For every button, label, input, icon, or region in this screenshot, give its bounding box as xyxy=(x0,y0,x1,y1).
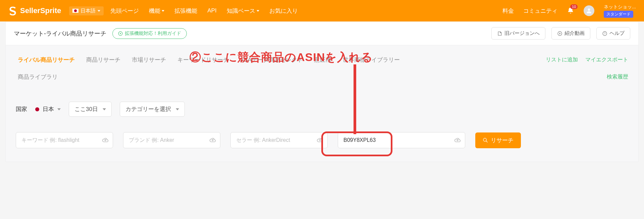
seller-input[interactable] xyxy=(236,137,313,143)
right-nav: 料金 コミュニティ 10 ネットショッ... スタンダード xyxy=(502,4,636,18)
nav-community[interactable]: コミュニティ xyxy=(523,7,557,15)
nav-extensions[interactable]: 拡張機能 xyxy=(174,7,197,15)
research-button[interactable]: リサーチ xyxy=(475,132,521,148)
keyword-field[interactable] xyxy=(16,132,113,148)
nav-api[interactable]: API xyxy=(207,7,216,14)
user-name: ネットショッ... xyxy=(604,4,636,10)
notification-count-badge: 10 xyxy=(570,4,578,9)
category-selector[interactable]: カテゴリーを選択 xyxy=(120,102,185,117)
link-search-history[interactable]: 検索履歴 xyxy=(607,73,628,80)
svg-text:?: ? xyxy=(604,32,606,35)
question-circle-icon: ? xyxy=(602,31,607,36)
japan-flag-icon xyxy=(72,9,78,13)
research-panel: ライバル商品リサーチ 商品リサーチ 市場リサーチ キーワードリサーチ ABAデー… xyxy=(6,45,638,162)
keyword-input[interactable] xyxy=(21,137,98,143)
logo-icon xyxy=(8,6,17,15)
nav-top[interactable]: 先頭ページ xyxy=(110,7,139,15)
tab-market-research[interactable]: 市場リサーチ xyxy=(130,53,168,66)
tab-rival-research[interactable]: ライバル商品リサーチ xyxy=(16,53,77,66)
nav-knowledge-base[interactable]: 知識ベース xyxy=(227,7,259,15)
link-add-to-list[interactable]: リストに追加 xyxy=(546,56,578,63)
tab-world-trademark[interactable]: 世界商標ライブラリー xyxy=(341,53,402,66)
main-nav: 先頭ページ 機能 拡張機能 API 知識ベース お気に入り xyxy=(110,7,298,15)
tab-keyword-research[interactable]: キーワードリサーチ xyxy=(175,53,231,66)
nav-features[interactable]: 機能 xyxy=(149,7,164,15)
chevron-down-icon xyxy=(162,10,164,12)
upload-cloud-icon[interactable] xyxy=(102,137,109,144)
svg-line-6 xyxy=(486,141,487,142)
export-icon xyxy=(497,31,502,36)
play-circle-icon xyxy=(557,31,562,36)
language-label: 日本語 xyxy=(80,8,96,14)
period-selector[interactable]: ここ30日 xyxy=(69,102,112,117)
user-icon xyxy=(586,7,592,14)
tabs-row-2: 商品ライブラリ 検索履歴 xyxy=(16,70,628,84)
chevron-down-icon xyxy=(103,108,106,110)
chevron-down-icon xyxy=(176,108,179,110)
play-circle-icon xyxy=(118,31,123,36)
nav-favorites[interactable]: お気に入り xyxy=(269,7,298,15)
extension-guide-button[interactable]: 拡張機能対応！利用ガイド xyxy=(112,28,187,39)
brand-field[interactable] xyxy=(123,132,220,148)
asin-field[interactable] xyxy=(338,132,465,148)
seller-field[interactable] xyxy=(230,132,328,148)
help-button[interactable]: ? ヘルプ xyxy=(596,27,630,40)
chevron-down-icon xyxy=(57,108,61,110)
country-selector[interactable]: 日本 xyxy=(35,105,61,113)
tab-design-rights[interactable]: 意匠権 xyxy=(312,53,333,66)
filters-row: 国家 日本 ここ30日 カテゴリーを選択 xyxy=(16,102,628,117)
user-block[interactable]: ネットショッ... スタンダード xyxy=(604,4,636,18)
intro-video-button[interactable]: 紹介動画 xyxy=(551,27,590,40)
brand-logo[interactable]: SellerSprite xyxy=(8,6,61,15)
app-header: SellerSprite 日本語 先頭ページ 機能 拡張機能 API 知識ベース… xyxy=(0,0,644,21)
asin-input[interactable] xyxy=(343,137,450,143)
link-my-export[interactable]: マイエクスポート xyxy=(585,56,628,63)
search-inputs-row: リサーチ xyxy=(16,132,628,148)
upload-cloud-icon[interactable] xyxy=(317,137,323,144)
country-label: 国家 xyxy=(16,105,27,113)
upload-cloud-icon[interactable] xyxy=(454,137,461,144)
chevron-down-icon xyxy=(257,10,259,12)
chevron-down-icon xyxy=(98,10,100,12)
brand-name: SellerSprite xyxy=(20,6,61,15)
page-title: マーケット-ライバル商品リサーチ xyxy=(14,30,106,38)
japan-flag-icon xyxy=(35,107,39,111)
language-selector[interactable]: 日本語 xyxy=(69,6,104,15)
page-container: マーケット-ライバル商品リサーチ 拡張機能対応！利用ガイド 旧バージョンへ 紹介… xyxy=(5,21,639,162)
nav-pricing[interactable]: 料金 xyxy=(502,7,514,15)
page-titlebar: マーケット-ライバル商品リサーチ 拡張機能対応！利用ガイド 旧バージョンへ 紹介… xyxy=(6,22,638,45)
upload-cloud-icon[interactable] xyxy=(209,137,216,144)
tab-aba-select[interactable]: ABAデータ商品セレクト xyxy=(238,53,305,66)
tab-product-library[interactable]: 商品ライブラリ xyxy=(16,70,60,84)
old-version-button[interactable]: 旧バージョンへ xyxy=(491,27,545,40)
search-icon xyxy=(483,138,488,143)
brand-input[interactable] xyxy=(129,137,205,143)
notifications-button[interactable]: 10 xyxy=(567,7,574,14)
svg-point-0 xyxy=(588,8,590,11)
tabs-row-1: ライバル商品リサーチ 商品リサーチ 市場リサーチ キーワードリサーチ ABAデー… xyxy=(16,53,628,66)
plan-badge: スタンダード xyxy=(604,11,633,18)
tab-product-research[interactable]: 商品リサーチ xyxy=(84,53,122,66)
avatar[interactable] xyxy=(584,5,594,16)
